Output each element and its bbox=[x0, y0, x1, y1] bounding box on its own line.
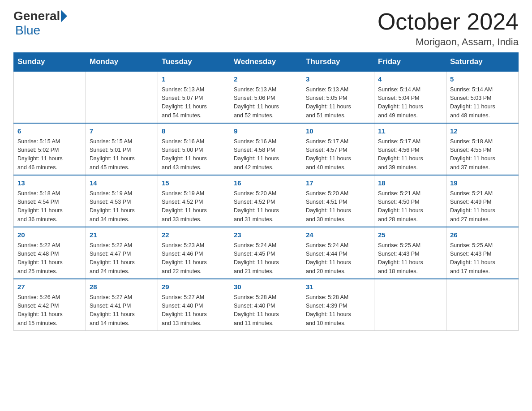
calendar-week-row: 6Sunrise: 5:15 AM Sunset: 5:02 PM Daylig… bbox=[14, 123, 519, 175]
calendar-cell: 25Sunrise: 5:25 AM Sunset: 4:43 PM Dayli… bbox=[374, 227, 446, 279]
day-number: 27 bbox=[17, 282, 82, 292]
day-number: 13 bbox=[17, 178, 82, 188]
title-section: October 2024 Morigaon, Assam, India bbox=[378, 9, 519, 48]
weekday-header-saturday: Saturday bbox=[446, 53, 519, 72]
calendar-cell: 4Sunrise: 5:14 AM Sunset: 5:04 PM Daylig… bbox=[374, 71, 446, 123]
calendar-cell bbox=[14, 71, 86, 123]
calendar-cell: 2Sunrise: 5:13 AM Sunset: 5:06 PM Daylig… bbox=[230, 71, 302, 123]
day-number: 10 bbox=[306, 126, 370, 137]
calendar-cell: 22Sunrise: 5:23 AM Sunset: 4:46 PM Dayli… bbox=[158, 227, 230, 279]
day-number: 23 bbox=[234, 230, 298, 240]
day-number: 7 bbox=[90, 126, 154, 137]
logo-blue-text: Blue bbox=[15, 23, 40, 37]
weekday-header-row: SundayMondayTuesdayWednesdayThursdayFrid… bbox=[14, 53, 519, 72]
location-text: Morigaon, Assam, India bbox=[378, 36, 519, 48]
calendar-cell: 5Sunrise: 5:14 AM Sunset: 5:03 PM Daylig… bbox=[446, 71, 519, 123]
calendar-cell: 1Sunrise: 5:13 AM Sunset: 5:07 PM Daylig… bbox=[158, 71, 230, 123]
day-info: Sunrise: 5:17 AM Sunset: 4:56 PM Dayligh… bbox=[378, 137, 442, 172]
calendar-cell: 31Sunrise: 5:28 AM Sunset: 4:39 PM Dayli… bbox=[302, 279, 374, 331]
calendar-cell: 3Sunrise: 5:13 AM Sunset: 5:05 PM Daylig… bbox=[302, 71, 374, 123]
day-info: Sunrise: 5:15 AM Sunset: 5:02 PM Dayligh… bbox=[17, 137, 82, 172]
calendar-cell bbox=[374, 279, 446, 331]
day-number: 2 bbox=[234, 74, 298, 85]
calendar-cell: 29Sunrise: 5:27 AM Sunset: 4:40 PM Dayli… bbox=[158, 279, 230, 331]
day-info: Sunrise: 5:16 AM Sunset: 4:58 PM Dayligh… bbox=[234, 137, 298, 172]
calendar-cell: 24Sunrise: 5:24 AM Sunset: 4:44 PM Dayli… bbox=[302, 227, 374, 279]
day-info: Sunrise: 5:13 AM Sunset: 5:07 PM Dayligh… bbox=[162, 86, 226, 120]
day-info: Sunrise: 5:21 AM Sunset: 4:50 PM Dayligh… bbox=[378, 189, 442, 224]
day-info: Sunrise: 5:26 AM Sunset: 4:42 PM Dayligh… bbox=[17, 293, 82, 328]
day-number: 20 bbox=[17, 230, 82, 240]
day-number: 6 bbox=[17, 126, 82, 137]
day-number: 19 bbox=[450, 178, 515, 188]
day-info: Sunrise: 5:14 AM Sunset: 5:03 PM Dayligh… bbox=[450, 86, 515, 120]
calendar-week-row: 1Sunrise: 5:13 AM Sunset: 5:07 PM Daylig… bbox=[14, 71, 519, 123]
day-number: 15 bbox=[162, 178, 226, 188]
day-info: Sunrise: 5:27 AM Sunset: 4:41 PM Dayligh… bbox=[90, 293, 154, 328]
day-info: Sunrise: 5:16 AM Sunset: 5:00 PM Dayligh… bbox=[162, 137, 226, 172]
day-info: Sunrise: 5:18 AM Sunset: 4:55 PM Dayligh… bbox=[450, 137, 515, 172]
day-info: Sunrise: 5:25 AM Sunset: 4:43 PM Dayligh… bbox=[378, 241, 442, 276]
calendar-week-row: 27Sunrise: 5:26 AM Sunset: 4:42 PM Dayli… bbox=[14, 279, 519, 331]
calendar-week-row: 13Sunrise: 5:18 AM Sunset: 4:54 PM Dayli… bbox=[14, 175, 519, 227]
day-number: 22 bbox=[162, 230, 226, 240]
calendar-cell: 18Sunrise: 5:21 AM Sunset: 4:50 PM Dayli… bbox=[374, 175, 446, 227]
day-number: 25 bbox=[378, 230, 442, 240]
month-title: October 2024 bbox=[378, 9, 519, 34]
calendar-cell: 15Sunrise: 5:19 AM Sunset: 4:52 PM Dayli… bbox=[158, 175, 230, 227]
day-number: 8 bbox=[162, 126, 226, 137]
day-number: 5 bbox=[450, 74, 515, 85]
day-info: Sunrise: 5:24 AM Sunset: 4:44 PM Dayligh… bbox=[306, 241, 370, 276]
day-number: 26 bbox=[450, 230, 515, 240]
calendar-cell: 19Sunrise: 5:21 AM Sunset: 4:49 PM Dayli… bbox=[446, 175, 519, 227]
day-info: Sunrise: 5:15 AM Sunset: 5:01 PM Dayligh… bbox=[90, 137, 154, 172]
day-info: Sunrise: 5:20 AM Sunset: 4:52 PM Dayligh… bbox=[234, 189, 298, 224]
day-info: Sunrise: 5:21 AM Sunset: 4:49 PM Dayligh… bbox=[450, 189, 515, 224]
calendar-cell: 20Sunrise: 5:22 AM Sunset: 4:48 PM Dayli… bbox=[14, 227, 86, 279]
day-info: Sunrise: 5:13 AM Sunset: 5:05 PM Dayligh… bbox=[306, 86, 370, 120]
calendar-cell: 30Sunrise: 5:28 AM Sunset: 4:40 PM Dayli… bbox=[230, 279, 302, 331]
weekday-header-wednesday: Wednesday bbox=[230, 53, 302, 72]
weekday-header-thursday: Thursday bbox=[302, 53, 374, 72]
day-number: 17 bbox=[306, 178, 370, 188]
day-info: Sunrise: 5:17 AM Sunset: 4:57 PM Dayligh… bbox=[306, 137, 370, 172]
calendar-cell bbox=[446, 279, 519, 331]
day-number: 28 bbox=[90, 282, 154, 292]
calendar-cell: 23Sunrise: 5:24 AM Sunset: 4:45 PM Dayli… bbox=[230, 227, 302, 279]
day-number: 12 bbox=[450, 126, 515, 137]
day-info: Sunrise: 5:19 AM Sunset: 4:53 PM Dayligh… bbox=[90, 189, 154, 224]
weekday-header-friday: Friday bbox=[374, 53, 446, 72]
day-info: Sunrise: 5:28 AM Sunset: 4:40 PM Dayligh… bbox=[234, 293, 298, 328]
day-info: Sunrise: 5:20 AM Sunset: 4:51 PM Dayligh… bbox=[306, 189, 370, 224]
calendar-header: SundayMondayTuesdayWednesdayThursdayFrid… bbox=[14, 53, 519, 72]
calendar-cell: 12Sunrise: 5:18 AM Sunset: 4:55 PM Dayli… bbox=[446, 123, 519, 175]
weekday-header-tuesday: Tuesday bbox=[158, 53, 230, 72]
calendar-cell: 8Sunrise: 5:16 AM Sunset: 5:00 PM Daylig… bbox=[158, 123, 230, 175]
day-number: 16 bbox=[234, 178, 298, 188]
logo-arrow-icon bbox=[61, 10, 67, 22]
day-info: Sunrise: 5:22 AM Sunset: 4:48 PM Dayligh… bbox=[17, 241, 82, 276]
calendar-cell: 6Sunrise: 5:15 AM Sunset: 5:02 PM Daylig… bbox=[14, 123, 86, 175]
day-info: Sunrise: 5:24 AM Sunset: 4:45 PM Dayligh… bbox=[234, 241, 298, 276]
day-info: Sunrise: 5:27 AM Sunset: 4:40 PM Dayligh… bbox=[162, 293, 226, 328]
day-number: 29 bbox=[162, 282, 226, 292]
weekday-header-sunday: Sunday bbox=[14, 53, 86, 72]
page-header: General Blue October 2024 Morigaon, Assa… bbox=[13, 9, 519, 48]
calendar-cell: 14Sunrise: 5:19 AM Sunset: 4:53 PM Dayli… bbox=[86, 175, 158, 227]
day-number: 4 bbox=[378, 74, 442, 85]
day-number: 11 bbox=[378, 126, 442, 137]
calendar-cell: 16Sunrise: 5:20 AM Sunset: 4:52 PM Dayli… bbox=[230, 175, 302, 227]
calendar-cell: 10Sunrise: 5:17 AM Sunset: 4:57 PM Dayli… bbox=[302, 123, 374, 175]
calendar-cell: 21Sunrise: 5:22 AM Sunset: 4:47 PM Dayli… bbox=[86, 227, 158, 279]
day-number: 31 bbox=[306, 282, 370, 292]
calendar-cell: 11Sunrise: 5:17 AM Sunset: 4:56 PM Dayli… bbox=[374, 123, 446, 175]
day-info: Sunrise: 5:19 AM Sunset: 4:52 PM Dayligh… bbox=[162, 189, 226, 224]
day-number: 14 bbox=[90, 178, 154, 188]
day-info: Sunrise: 5:18 AM Sunset: 4:54 PM Dayligh… bbox=[17, 189, 82, 224]
calendar-cell: 27Sunrise: 5:26 AM Sunset: 4:42 PM Dayli… bbox=[14, 279, 86, 331]
day-number: 3 bbox=[306, 74, 370, 85]
calendar-cell: 17Sunrise: 5:20 AM Sunset: 4:51 PM Dayli… bbox=[302, 175, 374, 227]
day-info: Sunrise: 5:23 AM Sunset: 4:46 PM Dayligh… bbox=[162, 241, 226, 276]
day-info: Sunrise: 5:25 AM Sunset: 4:43 PM Dayligh… bbox=[450, 241, 515, 276]
calendar-cell: 9Sunrise: 5:16 AM Sunset: 4:58 PM Daylig… bbox=[230, 123, 302, 175]
